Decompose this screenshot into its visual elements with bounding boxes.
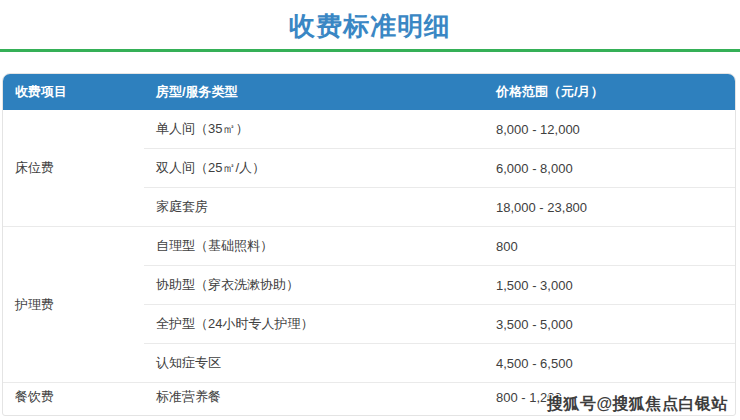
header-cell-item: 收费项目 (3, 74, 144, 110)
price-cell: 6,000 - 8,000 (484, 149, 735, 188)
category-cell-bed-fee: 床位费 (3, 110, 144, 227)
type-cell: 自理型（基础照料） (144, 227, 484, 266)
type-cell: 双人间（25㎡/人） (144, 149, 484, 188)
price-cell: 800 (484, 227, 735, 266)
table-header-row: 收费项目 房型/服务类型 价格范围（元/月） (3, 74, 735, 110)
price-cell: 1,500 - 3,000 (484, 266, 735, 305)
type-cell: 单人间（35㎡） (144, 110, 484, 149)
table-row: 床位费 单人间（35㎡） 8,000 - 12,000 (3, 110, 735, 149)
fee-table-container: 收费项目 房型/服务类型 价格范围（元/月） 床位费 单人间（35㎡） 8,00… (2, 73, 736, 416)
category-cell-meal-fee: 餐饮费 (3, 383, 144, 412)
page-title: 收费标准明细 (0, 0, 740, 49)
table-row: 护理费 自理型（基础照料） 800 (3, 227, 735, 266)
type-cell: 标准营养餐 (144, 383, 484, 412)
header-cell-price: 价格范围（元/月） (484, 74, 735, 110)
price-cell: 3,500 - 5,000 (484, 305, 735, 344)
type-cell: 全护型（24小时专人护理） (144, 305, 484, 344)
type-cell: 认知症专区 (144, 344, 484, 383)
type-cell: 家庭套房 (144, 188, 484, 227)
price-cell: 4,500 - 6,500 (484, 344, 735, 383)
price-cell: 18,000 - 23,800 (484, 188, 735, 227)
title-divider-rule (0, 49, 740, 52)
price-cell: 8,000 - 12,000 (484, 110, 735, 149)
watermark: 搜狐号@搜狐焦点白银站 (547, 394, 728, 415)
header-cell-type: 房型/服务类型 (144, 74, 484, 110)
category-cell-nursing-fee: 护理费 (3, 227, 144, 383)
type-cell: 协助型（穿衣洗漱协助） (144, 266, 484, 305)
fee-table: 收费项目 房型/服务类型 价格范围（元/月） 床位费 单人间（35㎡） 8,00… (3, 74, 735, 411)
